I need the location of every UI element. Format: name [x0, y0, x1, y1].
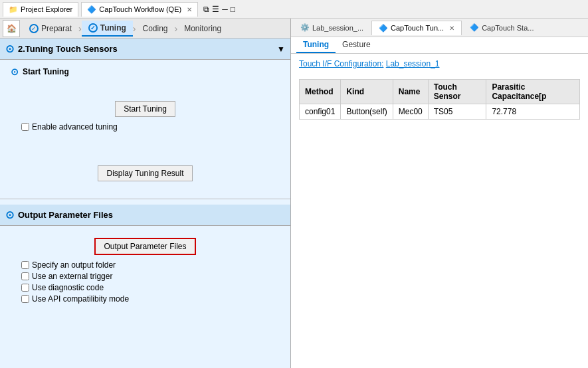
diagnostic-code-label: Use diagnostic code — [32, 283, 104, 292]
left-content-area: ⊙ Start Tuning Start Tuning Enable advan… — [0, 60, 290, 368]
advanced-tuning-row: Enable advanced tuning — [21, 122, 269, 132]
home-button[interactable]: 🏠 — [3, 20, 20, 37]
external-trigger-checkbox[interactable] — [21, 272, 29, 280]
col-parasitic-cap: Parasitic Capacitance[p — [486, 80, 580, 104]
captouch-tun-label: CapTouch Tun... — [391, 24, 444, 32]
preparat-check-icon: ✓ — [29, 24, 39, 33]
api-compat-checkbox[interactable] — [21, 295, 29, 303]
captouch-workflow-label: CapTouch Workflow (QE) — [99, 5, 181, 13]
main-layout: 🏠 ✓ Preparat › ✓ Tuning › Coding › Monit… — [0, 19, 588, 368]
touch-label-text: Touch I/F Configuration: — [299, 59, 383, 68]
nav-step-monitoring[interactable]: Monitoring — [177, 21, 228, 36]
captouch-workflow-icon: 🔷 — [87, 5, 96, 14]
tuning-data-table: Method Kind Name Touch Sensor Parasitic … — [299, 79, 580, 120]
captouch-tun-close[interactable]: ✕ — [449, 25, 454, 32]
col-method: Method — [300, 80, 341, 104]
captouch-sta-label: CapTouch Sta... — [482, 24, 534, 32]
tab-captouch-sta[interactable]: 🔷 CapTouch Sta... — [463, 21, 540, 35]
inner-tab-gesture[interactable]: Gesture — [336, 37, 377, 53]
inner-tab-tuning-label: Tuning — [303, 40, 329, 49]
output-section-title: Output Parameter Files — [18, 210, 113, 220]
col-kind: Kind — [341, 80, 393, 104]
api-compat-label: Use API compatilibity mode — [32, 294, 129, 304]
tuning-check-icon: ✓ — [88, 23, 98, 33]
nav-step-tuning[interactable]: ✓ Tuning — [82, 21, 133, 37]
left-panel: 🏠 ✓ Preparat › ✓ Tuning › Coding › Monit… — [0, 19, 291, 368]
minimize-icon[interactable]: ─ — [222, 5, 228, 14]
right-tabs-bar: ⚙️ Lab_session_... 🔷 CapTouch Tun... ✕ 🔷… — [291, 19, 588, 37]
nav-step-preparat[interactable]: ✓ Preparat — [23, 21, 78, 36]
menu-icon[interactable]: ☰ — [212, 5, 219, 14]
inner-tab-tuning[interactable]: Tuning — [296, 37, 336, 53]
nav-step-coding[interactable]: Coding — [136, 21, 174, 36]
lab-session-icon: ⚙️ — [300, 23, 310, 32]
dropdown-arrow-icon[interactable]: ▼ — [277, 45, 285, 54]
captouch-tun-icon: 🔷 — [379, 24, 388, 33]
right-panel: ⚙️ Lab_session_... 🔷 CapTouch Tun... ✕ 🔷… — [291, 19, 588, 368]
lab-session-label: Lab_session_... — [312, 24, 363, 32]
home-icon: 🏠 — [7, 24, 17, 33]
output-check-icon: ⊙ — [5, 209, 14, 221]
col-touch-sensor: Touch Sensor — [428, 80, 486, 104]
display-result-btn-container: Display Tuning Result — [11, 165, 280, 181]
maximize-icon[interactable]: □ — [231, 5, 235, 14]
copy-icon[interactable]: ⧉ — [203, 5, 209, 14]
captouch-workflow-close[interactable]: ✕ — [187, 6, 192, 13]
checkbox-diagnostic-code-row: Use diagnostic code — [21, 283, 269, 292]
inner-tabs: Tuning Gesture — [291, 37, 588, 54]
checkbox-external-trigger-row: Use an external trigger — [21, 272, 269, 281]
start-tuning-title: Start Tuning — [23, 67, 69, 76]
monitoring-label: Monitoring — [184, 24, 221, 33]
display-tuning-result-button[interactable]: Display Tuning Result — [98, 165, 192, 181]
start-tuning-section: ⊙ Start Tuning Start Tuning Enable advan… — [0, 60, 290, 193]
start-tuning-title-row: ⊙ Start Tuning — [11, 66, 280, 77]
table-cell: config01 — [300, 104, 341, 120]
preparat-label: Preparat — [41, 24, 72, 33]
table-cell: TS05 — [428, 104, 486, 120]
section-divider — [0, 199, 290, 199]
table-cell: Button(self) — [341, 104, 393, 120]
output-parameter-files-button[interactable]: Output Parameter Files — [94, 238, 195, 255]
table-cell: Mec00 — [393, 104, 428, 120]
coding-label: Coding — [142, 24, 167, 33]
inner-tab-gesture-label: Gesture — [342, 40, 371, 49]
specify-output-folder-checkbox[interactable] — [21, 261, 29, 269]
tab-lab-session[interactable]: ⚙️ Lab_session_... — [294, 21, 370, 35]
table-row: config01Button(self)Mec00TS0572.778 — [300, 104, 580, 120]
table-container: Method Kind Name Touch Sensor Parasitic … — [291, 79, 588, 120]
output-section: Output Parameter Files Specify an output… — [0, 226, 290, 312]
tab-captouch-workflow[interactable]: 🔷 CapTouch Workflow (QE) ✕ — [81, 2, 198, 17]
checkbox-api-compat-row: Use API compatilibity mode — [21, 294, 269, 304]
project-explorer-icon: 📁 — [9, 5, 18, 14]
advanced-tuning-label: Enable advanced tuning — [32, 122, 118, 132]
tab-project-explorer[interactable]: 📁 Project Explorer — [3, 2, 78, 17]
external-trigger-label: Use an external trigger — [32, 272, 112, 281]
table-cell: 72.778 — [486, 104, 580, 120]
checkbox-output-folder-row: Specify an output folder — [21, 260, 269, 270]
col-name: Name — [393, 80, 428, 104]
section-header-tuning: ⊙ 2.Tuning Touch Sensors ▼ — [0, 39, 290, 60]
start-tuning-btn-container: Start Tuning — [11, 101, 280, 117]
diagnostic-code-checkbox[interactable] — [21, 284, 29, 292]
start-tuning-check-icon: ⊙ — [11, 66, 19, 77]
tuning-label: Tuning — [100, 23, 126, 33]
tab-captouch-tun[interactable]: 🔷 CapTouch Tun... ✕ — [371, 21, 462, 35]
captouch-sta-icon: 🔷 — [470, 23, 479, 32]
workflow-nav: 🏠 ✓ Preparat › ✓ Tuning › Coding › Monit… — [0, 19, 290, 39]
section-title: 2.Tuning Touch Sensors — [18, 44, 118, 54]
touch-value-link[interactable]: Lab_session_1 — [386, 59, 440, 68]
output-btn-container: Output Parameter Files — [11, 238, 280, 255]
specify-output-folder-label: Specify an output folder — [32, 260, 116, 270]
touch-label-row: Touch I/F Configuration: Lab_session_1 — [291, 54, 588, 74]
title-bar: 📁 Project Explorer 🔷 CapTouch Workflow (… — [0, 0, 588, 19]
section-header-output: ⊙ Output Parameter Files — [0, 205, 290, 226]
advanced-tuning-checkbox[interactable] — [21, 123, 29, 131]
start-tuning-button[interactable]: Start Tuning — [115, 101, 175, 117]
section-check-icon: ⊙ — [5, 43, 14, 55]
right-content: Tuning Gesture Touch I/F Configuration: … — [291, 37, 588, 368]
project-explorer-label: Project Explorer — [21, 5, 72, 13]
